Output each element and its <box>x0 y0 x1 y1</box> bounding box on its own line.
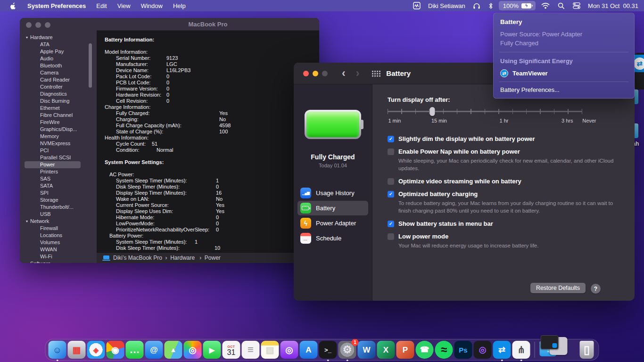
sysinfo-sidebar-item[interactable]: Parallel SCSI <box>20 154 97 161</box>
checkbox[interactable] <box>388 233 394 240</box>
sysinfo-sidebar-item[interactable]: SATA <box>20 182 97 189</box>
menu-bar-item[interactable]: View <box>112 2 136 9</box>
dock-app-store[interactable]: A <box>300 341 318 359</box>
forward-arrow-icon[interactable]: › <box>356 68 360 79</box>
dock-podcasts[interactable]: ◎ <box>281 341 298 359</box>
checkbox[interactable] <box>388 148 394 155</box>
close-button[interactable] <box>26 22 32 28</box>
apple-menu-icon[interactable] <box>5 2 21 10</box>
wifi-icon[interactable] <box>539 2 552 9</box>
dock-spotify[interactable]: ≈ <box>435 341 453 359</box>
dock-minimized-teamviewer-window[interactable] <box>550 337 568 355</box>
checkbox[interactable] <box>388 136 394 142</box>
checkbox[interactable] <box>388 178 394 185</box>
close-button[interactable] <box>303 71 309 76</box>
back-arrow-icon[interactable]: ‹ <box>342 68 346 79</box>
sysinfo-sidebar-item[interactable]: Volumes <box>20 239 97 246</box>
battery-nav-item[interactable]: Schedule <box>297 231 368 246</box>
sysinfo-sidebar-item[interactable]: Wi-Fi <box>20 253 97 260</box>
minimize-button[interactable] <box>313 71 318 76</box>
dock-word[interactable]: W <box>358 341 376 359</box>
dock-notes[interactable]: ▤ <box>261 341 279 359</box>
battery-status-menu-extra[interactable]: 100% ϟ <box>499 1 536 10</box>
sysinfo-sidebar-item[interactable]: Diagnostics <box>20 90 97 98</box>
sysinfo-sidebar-item[interactable]: NVMExpress <box>20 140 97 147</box>
dock-figma[interactable]: ◎ <box>474 341 492 359</box>
window-controls-inactive[interactable] <box>26 22 50 28</box>
sysinfo-sidebar-item[interactable]: Camera <box>20 69 97 76</box>
headphones-icon[interactable] <box>471 2 483 9</box>
sysinfo-sidebar-item[interactable]: Apple Pay <box>20 48 97 55</box>
checkbox[interactable] <box>388 191 394 197</box>
sysinfo-sidebar-item[interactable]: Power <box>25 161 81 168</box>
dock-separator[interactable] <box>535 342 535 358</box>
dock-powerpoint[interactable]: P <box>396 341 414 359</box>
sysinfo-sidebar-item[interactable]: WWAN <box>20 246 97 253</box>
menu-bar-item[interactable]: System Preferences <box>22 2 91 9</box>
sysinfo-sidebar-item[interactable]: ATA <box>20 41 97 48</box>
sysinfo-sidebar-item[interactable]: Card Reader <box>20 76 97 83</box>
menu-bar-item[interactable]: Edit <box>91 2 112 9</box>
sysinfo-sidebar-item[interactable]: SPI <box>20 189 97 197</box>
menu-bar-clock[interactable]: Mon 31 Oct 00.31 <box>586 2 638 9</box>
search-icon[interactable] <box>555 2 567 9</box>
sysinfo-sidebar-item[interactable]: Printers <box>20 168 97 175</box>
teamviewer-status-icon[interactable] <box>411 2 423 9</box>
sysinfo-sidebar-item[interactable]: Locations <box>20 232 97 239</box>
sysinfo-sidebar-item[interactable]: USB <box>20 211 97 218</box>
sidebar-scrollbar-thumb[interactable] <box>89 43 92 88</box>
dock-claw-chip-app[interactable]: ⋔ <box>512 341 530 359</box>
show-all-grid-icon[interactable] <box>372 70 380 77</box>
sysinfo-sidebar-item[interactable]: Fibre Channel <box>20 112 97 119</box>
energy-app-item[interactable]: ⇄ TeamViewer <box>500 69 627 77</box>
dock-excel[interactable]: X <box>377 341 395 359</box>
dock-facetime[interactable]: ▶ <box>203 341 221 359</box>
menu-bar-item[interactable]: Help <box>168 2 191 9</box>
sysinfo-sidebar-item[interactable]: Firewall <box>20 225 97 232</box>
dock-whatsapp[interactable]: ☎ <box>416 341 434 359</box>
sysinfo-sidebar-item[interactable]: Network <box>20 218 97 225</box>
dock-calendar[interactable]: OCT 31 <box>223 341 240 359</box>
battery-preferences-menu-item[interactable]: Battery Preferences... <box>500 86 627 93</box>
slider-thumb[interactable] <box>429 107 435 116</box>
sysinfo-sidebar-item[interactable]: Memory <box>20 133 97 140</box>
minimize-button[interactable] <box>35 22 41 28</box>
sysinfo-sidebar-item[interactable]: Disc Burning <box>20 98 97 105</box>
dock-messages[interactable]: … <box>126 341 144 359</box>
sysinfo-sidebar-item[interactable]: Hardware <box>20 34 97 41</box>
sysinfo-sidebar-item[interactable]: Bluetooth <box>20 62 97 69</box>
dock-chrome[interactable]: ◉ <box>107 341 124 359</box>
dock-finder[interactable]: ☺ <box>49 341 66 359</box>
zoom-button[interactable] <box>45 22 50 28</box>
battery-nav-item[interactable]: Usage History <box>297 186 368 200</box>
display-off-slider[interactable]: 1 min 15 min 1 hr 3 hrs Never <box>388 111 582 124</box>
dock-photoshop[interactable]: Ps <box>454 341 472 359</box>
bluetooth-icon[interactable] <box>486 2 495 9</box>
restore-defaults-button[interactable]: Restore Defaults <box>530 283 586 293</box>
dock-safari[interactable]: ◈ <box>87 341 105 359</box>
sysinfo-sidebar-item[interactable]: Software <box>20 260 97 263</box>
dock-terminal[interactable]: >_ <box>319 341 337 359</box>
dock-mail[interactable]: @ <box>145 341 163 359</box>
menu-bar-user-name[interactable]: Diki Setiawan <box>426 2 467 9</box>
sysinfo-sidebar-item[interactable]: PCI <box>20 147 97 154</box>
sysinfo-sidebar-item[interactable]: Ethernet <box>20 105 97 112</box>
sysinfo-sidebar-item[interactable]: Audio <box>20 55 97 62</box>
sysinfo-sidebar-item[interactable]: SAS <box>20 175 97 182</box>
checkbox[interactable] <box>388 221 394 227</box>
dock-maps[interactable]: ▲ <box>165 341 182 359</box>
zoom-button[interactable] <box>322 71 328 76</box>
battery-nav-item[interactable]: Battery <box>297 201 368 215</box>
control-center-icon[interactable] <box>570 2 583 9</box>
dock-photos[interactable]: ◎ <box>184 341 202 359</box>
slider-track[interactable] <box>388 111 582 112</box>
sysinfo-sidebar-item[interactable]: Storage <box>20 197 97 204</box>
menu-bar-item[interactable]: Window <box>136 2 168 9</box>
dock-teamviewer[interactable]: ⇄ <box>493 341 511 359</box>
sysinfo-sidebar-item[interactable]: FireWire <box>20 119 97 126</box>
dock-system-preferences[interactable]: ⚙ 1 <box>339 341 356 359</box>
help-button[interactable]: ? <box>591 284 601 294</box>
sysinfo-sidebar-item[interactable]: Graphics/Disp... <box>20 126 97 133</box>
dock-reminders[interactable]: ≡ <box>242 341 260 359</box>
dock-trash[interactable]: ▯ <box>578 341 596 359</box>
